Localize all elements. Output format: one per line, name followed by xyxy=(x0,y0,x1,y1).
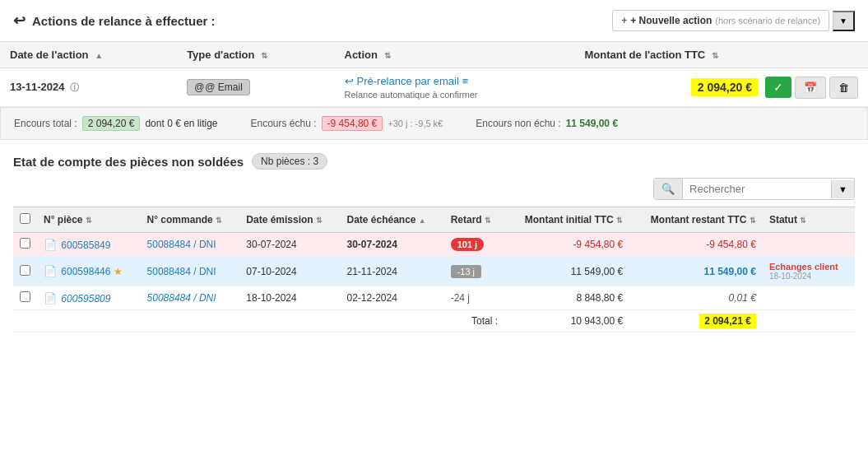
sort-retard: ⇅ xyxy=(485,216,491,225)
piece-link-1[interactable]: 600598446 xyxy=(61,266,110,277)
total-statut-empty xyxy=(763,310,855,332)
piece-check-2 xyxy=(13,286,37,310)
piece-retard-0: 101 j xyxy=(444,233,504,257)
piece-link-0[interactable]: 600585849 xyxy=(61,239,110,251)
piece-mi-0: -9 454,80 € xyxy=(504,233,629,257)
list-icon: ≡ xyxy=(462,75,469,87)
piece-emission-0: 30-07-2024 xyxy=(239,233,340,257)
search-input[interactable] xyxy=(683,179,831,199)
search-bar: 🔍 ▼ xyxy=(13,178,855,200)
action-date: 13-11-2024 ⓘ xyxy=(0,68,177,107)
plus-icon: + xyxy=(621,15,627,26)
top-section: ↩ Actions de relance à effectuer : + + N… xyxy=(0,0,868,38)
search-input-wrap: 🔍 ▼ xyxy=(653,178,855,200)
total-row: Total : 10 943,00 € 2 094,21 € xyxy=(13,310,855,332)
piece-mr-1: 11 549,00 € xyxy=(629,257,763,286)
retard-badge-1: -13 j xyxy=(451,265,481,278)
piece-check-0 xyxy=(13,233,37,257)
piece-retard-1: -13 j xyxy=(444,257,504,286)
commande-link-2[interactable]: 50088484 / DNI xyxy=(147,292,216,304)
encours-non-echu-label: Encours non échu : xyxy=(476,118,560,129)
star-icon-1: ★ xyxy=(114,266,123,277)
search-dropdown-button[interactable]: ▼ xyxy=(831,180,854,198)
total-label: Total : xyxy=(444,310,504,332)
sort-icon-montant: ⇅ xyxy=(712,51,718,60)
piece-statut-1: Echanges client 18-10-2024 xyxy=(763,257,855,286)
piece-row-1: 📄 600598446 ★ 50088484 / DNI 07-10-2024 … xyxy=(13,257,855,286)
total-montant-restant-cell: 2 094,21 € xyxy=(629,310,763,332)
encours-non-echu-value: 11 549,00 € xyxy=(566,118,618,129)
th-montant-restant: Montant restant TTC ⇅ xyxy=(629,207,763,233)
encours-litige-label: dont 0 € en litige xyxy=(145,118,217,129)
encours-total: Encours total : 2 094,20 € dont 0 € en l… xyxy=(14,116,218,131)
nb-pieces-badge: Nb pièces : 3 xyxy=(252,153,327,170)
nouvelle-action-button[interactable]: + + Nouvelle action (hors scénario de re… xyxy=(612,10,829,31)
piece-commande-2: 50088484 / DNI xyxy=(141,286,240,310)
commande-link-0[interactable]: 50088484 / DNI xyxy=(147,239,216,250)
prerelance-label: Pré-relance par email xyxy=(357,75,459,87)
delete-button[interactable]: 🗑 xyxy=(829,77,858,99)
checkbox-1[interactable] xyxy=(20,265,30,276)
piece-check-1 xyxy=(13,257,37,286)
checkbox-2[interactable] xyxy=(20,291,30,302)
commande-link-1[interactable]: 50088484 / DNI xyxy=(147,266,216,277)
th-commande: N° commande ⇅ xyxy=(141,207,240,233)
sort-piece: ⇅ xyxy=(86,216,92,225)
th-action: Action ⇅ xyxy=(335,42,575,68)
etat-title: Etat de compte des pièces non soldées xyxy=(13,155,244,169)
th-date-action: Date de l'action ▲ xyxy=(0,42,177,68)
piece-mr-0: -9 454,80 € xyxy=(629,233,763,257)
retard-badge-0: 101 j xyxy=(451,238,484,251)
piece-row-2: 📄 600595809 50088484 / DNI 18-10-2024 02… xyxy=(13,286,855,310)
piece-link-2[interactable]: 600595809 xyxy=(61,293,110,305)
piece-mi-2: 8 848,80 € xyxy=(504,286,629,310)
action-buttons: ✓ 📅 🗑 xyxy=(765,77,858,99)
calendar-button[interactable]: 📅 xyxy=(795,77,826,99)
nouvelle-action-dropdown[interactable]: ▼ xyxy=(833,11,855,31)
sort-icon-type: ⇅ xyxy=(261,51,267,60)
sort-commande: ⇅ xyxy=(216,216,222,225)
th-no-piece: N° pièce ⇅ xyxy=(37,207,141,233)
piece-id-0: 📄 600585849 xyxy=(37,233,141,257)
actions-header-row: Date de l'action ▲ Type d'action ⇅ Actio… xyxy=(0,42,868,68)
encours-total-value: 2 094,20 € xyxy=(82,116,141,131)
action-type: @ @ Email xyxy=(177,68,334,107)
th-check xyxy=(13,207,37,233)
prerelance-link[interactable]: ↩ Pré-relance par email ≡ xyxy=(345,75,469,87)
actions-table: Date de l'action ▲ Type d'action ⇅ Actio… xyxy=(0,41,868,107)
piece-commande-0: 50088484 / DNI xyxy=(141,233,240,257)
piece-echeance-0: 30-07-2024 xyxy=(340,233,443,257)
encours-echu-extra: +30 j : -9,5 k€ xyxy=(388,119,443,128)
piece-id-2: 📄 600595809 xyxy=(37,286,141,310)
th-montant-initial: Montant initial TTC ⇅ xyxy=(504,207,629,233)
checkbox-0[interactable] xyxy=(20,238,30,249)
th-statut: Statut ⇅ xyxy=(763,207,855,233)
confirm-button[interactable]: ✓ xyxy=(765,77,791,98)
action-amount-row: 2 094,20 € ✓ 📅 🗑 xyxy=(584,77,858,99)
sort-mr: ⇅ xyxy=(750,216,756,225)
search-icon-button[interactable]: 🔍 xyxy=(654,179,683,199)
sort-icon-date: ▲ xyxy=(95,51,103,60)
sort-mi: ⇅ xyxy=(616,216,623,225)
check-all[interactable] xyxy=(20,213,30,224)
piece-mr-2: 0,01 € xyxy=(629,286,763,310)
prerelance-icon: ↩ xyxy=(345,75,354,87)
retard-text-2: -24 j xyxy=(451,292,470,304)
piece-echeance-1: 21-11-2024 xyxy=(340,257,443,286)
encours-bar: Encours total : 2 094,20 € dont 0 € en l… xyxy=(0,107,868,140)
piece-mi-1: 11 549,00 € xyxy=(504,257,629,286)
piece-emission-1: 07-10-2024 xyxy=(239,257,340,286)
pdf-icon-1: 📄 xyxy=(44,265,57,277)
encours-echu-label: Encours échu : xyxy=(251,118,317,129)
piece-echeance-2: 02-12-2024 xyxy=(340,286,443,310)
th-emission: Date émission ⇅ xyxy=(239,207,340,233)
relance-auto-text: Relance automatique à confirmer xyxy=(345,90,565,100)
etat-section: Etat de compte des pièces non soldées Nb… xyxy=(0,140,868,332)
sort-emission: ⇅ xyxy=(316,216,323,225)
page-title: ↩ Actions de relance à effectuer : xyxy=(13,12,216,30)
email-badge-label: @ Email xyxy=(205,81,243,93)
action-amount-cell: 2 094,20 € ✓ 📅 🗑 xyxy=(574,68,868,107)
action-row-0: 13-11-2024 ⓘ @ @ Email ↩ Pré-relance par… xyxy=(0,68,868,107)
at-icon: @ xyxy=(194,81,204,93)
total-montant-restant: 2 094,21 € xyxy=(699,314,756,328)
